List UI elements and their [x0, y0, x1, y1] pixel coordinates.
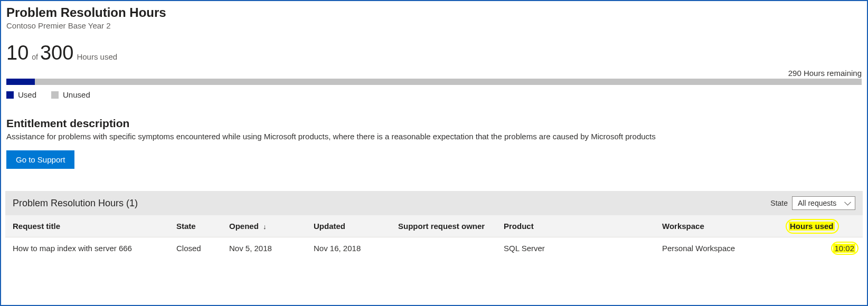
page-title: Problem Resolution Hours: [6, 5, 862, 20]
hours-used-value: 10: [6, 42, 29, 64]
cell-product: SQL Server: [496, 237, 655, 260]
cell-hours-used-value: 10:02: [833, 244, 855, 253]
go-to-support-button[interactable]: Go to Support: [6, 150, 74, 169]
cell-owner: [391, 237, 496, 260]
entitlement-header: Entitlement description: [6, 117, 862, 130]
of-label: of: [32, 53, 38, 64]
hours-summary: 10 of 300 Hours used: [6, 42, 862, 64]
col-state[interactable]: State: [169, 215, 222, 237]
legend-used-label: Used: [18, 90, 36, 99]
cell-workspace: Personal Workspace: [655, 237, 781, 260]
hours-used-label: Hours used: [77, 52, 117, 64]
entitlement-description: Assistance for problems with specific sy…: [6, 132, 862, 141]
table-header-bar: Problem Resolution Hours (1) State All r…: [5, 191, 863, 215]
hours-total-value: 300: [40, 42, 73, 64]
requests-table-section: Problem Resolution Hours (1) State All r…: [5, 191, 863, 259]
col-owner[interactable]: Support request owner: [391, 215, 496, 237]
cell-request-title: How to map index with server 666: [5, 237, 169, 260]
legend-unused: Unused: [51, 90, 90, 99]
col-opened-label: Opened: [229, 222, 259, 231]
swatch-unused-icon: [51, 91, 59, 99]
usage-progress-used: [6, 79, 35, 85]
cell-hours-used: 10:02: [781, 237, 863, 260]
col-hours-used-label: Hours used: [789, 222, 835, 231]
cell-opened: Nov 5, 2018: [222, 237, 306, 260]
hours-remaining-label: 290 Hours remaining: [6, 69, 862, 78]
col-product[interactable]: Product: [496, 215, 655, 237]
col-request-title[interactable]: Request title: [5, 215, 169, 237]
col-workspace[interactable]: Workspace: [655, 215, 781, 237]
requests-table: Request title State Opened ↓ Updated Sup…: [5, 215, 863, 259]
swatch-used-icon: [6, 91, 14, 99]
state-filter: State All requests: [770, 196, 855, 210]
usage-progress-bar: [6, 79, 862, 85]
col-hours-used[interactable]: Hours used: [781, 215, 863, 237]
legend-unused-label: Unused: [63, 90, 90, 99]
table-title: Problem Resolution Hours (1): [13, 198, 138, 209]
col-opened[interactable]: Opened ↓: [222, 215, 306, 237]
cell-state: Closed: [169, 237, 222, 260]
sort-descending-icon: ↓: [263, 223, 267, 231]
legend-used: Used: [6, 90, 36, 99]
state-filter-value: All requests: [798, 199, 836, 207]
cell-updated: Nov 16, 2018: [306, 237, 391, 260]
page-subtitle: Contoso Premier Base Year 2: [6, 21, 862, 30]
col-updated[interactable]: Updated: [306, 215, 391, 237]
table-row[interactable]: How to map index with server 666 Closed …: [5, 237, 863, 260]
state-filter-select[interactable]: All requests: [792, 196, 855, 210]
state-filter-label: State: [770, 199, 788, 207]
usage-legend: Used Unused: [6, 90, 862, 99]
table-header-row: Request title State Opened ↓ Updated Sup…: [5, 215, 863, 237]
